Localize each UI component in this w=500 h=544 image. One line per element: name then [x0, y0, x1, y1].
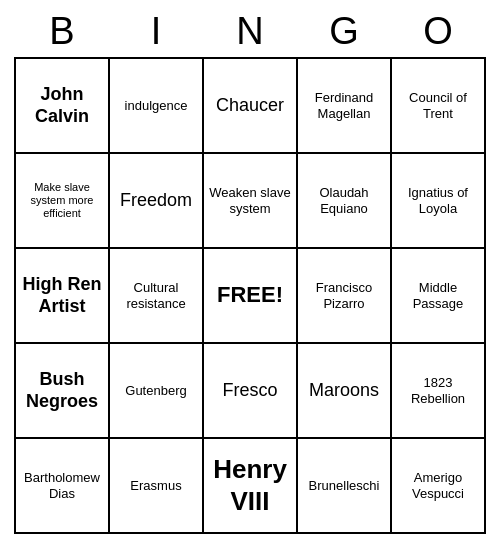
bingo-letter-o: O: [391, 10, 485, 53]
cell-text-19: 1823 Rebellion: [395, 375, 481, 406]
bingo-cell-9: Ignatius of Loyola: [392, 154, 486, 249]
cell-text-13: Francisco Pizarro: [301, 280, 387, 311]
bingo-cell-2: Chaucer: [204, 59, 298, 154]
bingo-letter-i: I: [109, 10, 203, 53]
cell-text-1: indulgence: [125, 98, 188, 114]
bingo-cell-14: Middle Passage: [392, 249, 486, 344]
cell-text-0: John Calvin: [19, 84, 105, 127]
bingo-cell-23: Brunelleschi: [298, 439, 392, 534]
bingo-cell-16: Gutenberg: [110, 344, 204, 439]
bingo-cell-4: Council of Trent: [392, 59, 486, 154]
bingo-cell-10: High Ren Artist: [16, 249, 110, 344]
bingo-cell-8: Olaudah Equiano: [298, 154, 392, 249]
cell-text-14: Middle Passage: [395, 280, 481, 311]
bingo-cell-19: 1823 Rebellion: [392, 344, 486, 439]
cell-text-12: FREE!: [217, 282, 283, 308]
bingo-cell-5: Make slave system more efficient: [16, 154, 110, 249]
cell-text-2: Chaucer: [216, 95, 284, 117]
bingo-cell-1: indulgence: [110, 59, 204, 154]
cell-text-11: Cultural resistance: [113, 280, 199, 311]
cell-text-16: Gutenberg: [125, 383, 186, 399]
cell-text-21: Erasmus: [130, 478, 181, 494]
bingo-cell-13: Francisco Pizarro: [298, 249, 392, 344]
cell-text-18: Maroons: [309, 380, 379, 402]
cell-text-6: Freedom: [120, 190, 192, 212]
bingo-title: B I N G O: [15, 10, 485, 53]
cell-text-3: Ferdinand Magellan: [301, 90, 387, 121]
cell-text-15: Bush Negroes: [19, 369, 105, 412]
bingo-letter-g: G: [297, 10, 391, 53]
cell-text-9: Ignatius of Loyola: [395, 185, 481, 216]
bingo-cell-17: Fresco: [204, 344, 298, 439]
bingo-cell-20: Bartholomew Dias: [16, 439, 110, 534]
cell-text-10: High Ren Artist: [19, 274, 105, 317]
bingo-cell-0: John Calvin: [16, 59, 110, 154]
cell-text-8: Olaudah Equiano: [301, 185, 387, 216]
cell-text-20: Bartholomew Dias: [19, 470, 105, 501]
bingo-letter-b: B: [15, 10, 109, 53]
bingo-grid: John CalvinindulgenceChaucerFerdinand Ma…: [14, 57, 486, 534]
bingo-cell-24: Amerigo Vespucci: [392, 439, 486, 534]
bingo-cell-3: Ferdinand Magellan: [298, 59, 392, 154]
cell-text-22: Henry VIII: [207, 454, 293, 516]
bingo-letter-n: N: [203, 10, 297, 53]
bingo-cell-15: Bush Negroes: [16, 344, 110, 439]
bingo-cell-11: Cultural resistance: [110, 249, 204, 344]
cell-text-24: Amerigo Vespucci: [395, 470, 481, 501]
cell-text-23: Brunelleschi: [309, 478, 380, 494]
bingo-cell-21: Erasmus: [110, 439, 204, 534]
cell-text-4: Council of Trent: [395, 90, 481, 121]
bingo-cell-22: Henry VIII: [204, 439, 298, 534]
cell-text-5: Make slave system more efficient: [19, 181, 105, 221]
bingo-cell-6: Freedom: [110, 154, 204, 249]
bingo-cell-7: Weaken slave system: [204, 154, 298, 249]
bingo-cell-18: Maroons: [298, 344, 392, 439]
cell-text-7: Weaken slave system: [207, 185, 293, 216]
bingo-cell-12: FREE!: [204, 249, 298, 344]
cell-text-17: Fresco: [222, 380, 277, 402]
